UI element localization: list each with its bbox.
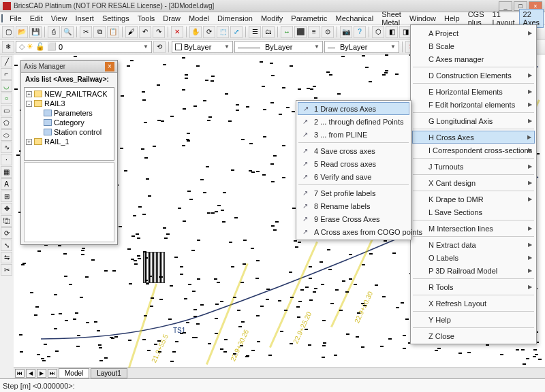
ltool-text[interactable]: A [1, 178, 12, 190]
axis-tree[interactable]: +NEW_RAILTRACK-RAIL3 Parameters Category… [24, 87, 114, 161]
ltool-scale[interactable]: ⤡ [1, 240, 12, 251]
tab-model[interactable]: Model [59, 368, 89, 378]
color-combo[interactable]: ByLayer▼ [172, 41, 233, 53]
axes-menu[interactable]: A Project▶B ScaleC Axes managerD Constru… [410, 24, 537, 344]
tool-pan[interactable]: ✋ [189, 26, 202, 38]
ltool-spline[interactable]: ∿ [1, 142, 12, 153]
menu-item[interactable]: X Cant design▶ [412, 176, 535, 189]
tool-new[interactable]: ▢ [2, 26, 14, 38]
tree-node[interactable]: +NEW_RAILTRACK [26, 89, 112, 99]
tool-area[interactable]: ⬛ [294, 26, 307, 38]
menu-mechanical[interactable]: Mechanical [332, 13, 378, 24]
ltool-trim[interactable]: ✂ [1, 264, 12, 276]
tool-undo[interactable]: ↶ [139, 26, 151, 38]
tool-render[interactable]: 📷 [340, 26, 352, 38]
submenu-item[interactable]: ↗A Cross axes from COGO points [298, 225, 409, 238]
menu-item[interactable]: Y Help [412, 313, 535, 326]
menu-item[interactable]: G Longitudinal Axis▶ [412, 114, 535, 127]
tool-b[interactable]: ◧ [386, 26, 398, 38]
submenu-item[interactable]: ↗2 ... through defined Points [298, 115, 409, 128]
tree-node[interactable]: Station control [26, 127, 112, 137]
menu-item[interactable]: K Drape to DMR▶ [412, 193, 535, 206]
ltool-block[interactable]: ⊞ [1, 191, 12, 202]
tool-delete[interactable]: ✕ [171, 26, 183, 38]
tree-node[interactable]: +RAIL_1 [26, 137, 112, 146]
menu-modify[interactable]: Modify [257, 13, 287, 24]
layer-prev[interactable]: ⟲ [153, 41, 166, 53]
ltool-rotate[interactable]: ⟳ [1, 227, 12, 239]
menu-window[interactable]: Window [405, 13, 440, 24]
menu-item[interactable]: J Turnouts▶ [412, 160, 535, 173]
menu-item[interactable]: N Extract data▶ [412, 238, 535, 251]
tab-last[interactable]: ⏭ [48, 369, 57, 378]
menu-item[interactable]: E Horizontal Elements▶ [412, 85, 535, 98]
ltool-poly[interactable]: ⬠ [1, 117, 12, 129]
lineweight-combo[interactable]: —ByLayer▼ [324, 41, 399, 53]
ltool-move[interactable]: ✥ [1, 203, 12, 214]
menu-item[interactable]: I Correspondent cross-sections▶ [412, 144, 535, 157]
submenu-item[interactable]: ↗7 Set profile labels [298, 186, 409, 199]
submenu-item[interactable]: ↗9 Erase Cross Axes [298, 212, 409, 225]
menu-item[interactable]: C Axes manager [412, 52, 535, 65]
linetype-combo[interactable]: ———ByLayer▼ [234, 41, 323, 53]
submenu-item[interactable]: ↗8 Rename labels [298, 199, 409, 212]
menu-parametric[interactable]: Parametric [287, 13, 331, 24]
tab-first[interactable]: ⏮ [15, 369, 25, 378]
menu-file[interactable]: File [5, 13, 26, 24]
ltool-copy[interactable]: ⿻ [1, 215, 12, 227]
tool-a[interactable]: ⬡ [372, 26, 384, 38]
layer-combo[interactable]: ◇☀🔓⬜ 0▼ [16, 41, 152, 53]
axis-manager-window[interactable]: Axis Manager × Axis list <Axes_Railway>:… [20, 60, 118, 245]
ltool-point[interactable]: · [1, 154, 12, 165]
tool-list[interactable]: ≡ [308, 26, 320, 38]
command-line[interactable]: Step [m] <0.000000>: [0, 378, 545, 392]
menu-item[interactable]: M Intersection lines▶ [412, 222, 535, 235]
ltool-line[interactable]: ╱ [1, 56, 12, 67]
submenu-item[interactable]: ↗3 ... from PLINE [298, 128, 409, 141]
ltool-arc[interactable]: ◡ [1, 80, 12, 92]
tool-print[interactable]: ⎙ [48, 26, 60, 38]
ltool-hatch[interactable]: ▦ [1, 166, 12, 178]
tool-preview[interactable]: 🔍 [61, 26, 74, 38]
menu-item[interactable]: Z Close [412, 329, 535, 342]
menu-item[interactable]: D Construction Elements▶ [412, 69, 535, 82]
ltool-circle[interactable]: ○ [1, 93, 12, 104]
ltool-mirror[interactable]: ⇋ [1, 252, 12, 263]
tool-redo[interactable]: ↷ [153, 26, 165, 38]
tab-prev[interactable]: ◀ [26, 369, 35, 378]
axis-manager-close[interactable]: × [105, 62, 114, 71]
tool-save[interactable]: 💾 [29, 26, 42, 38]
tree-node[interactable]: Category [26, 118, 112, 127]
tree-node[interactable]: -RAIL3 [26, 99, 112, 108]
menu-view[interactable]: View [47, 13, 72, 24]
menu-help[interactable]: Help [440, 13, 464, 24]
menu-item[interactable]: A Project▶ [412, 27, 535, 39]
ltool-ellipse[interactable]: ⬭ [1, 129, 12, 141]
tab-layout1[interactable]: Layout1 [91, 368, 127, 378]
cross-axes-submenu[interactable]: ↗1 Draw cross Axes↗2 ... through defined… [296, 100, 411, 240]
menu-item[interactable]: B Scale [412, 39, 535, 52]
tool-regen[interactable]: ⟳ [203, 26, 215, 38]
menu-tools[interactable]: Tools [134, 13, 159, 24]
tool-id[interactable]: ⊙ [322, 26, 334, 38]
tree-node[interactable]: Parameters [26, 108, 112, 118]
tool-help[interactable]: ? [354, 26, 366, 38]
tool-cut[interactable]: ✂ [80, 26, 92, 38]
ltool-rect[interactable]: ▭ [1, 105, 12, 116]
submenu-item[interactable]: ↗5 Read cross axes [298, 157, 409, 170]
menu-settings[interactable]: Settings [98, 13, 134, 24]
menu-item[interactable]: X Refresh Layout [412, 297, 535, 310]
menu-draw[interactable]: Draw [159, 13, 185, 24]
submenu-item[interactable]: ↗6 Verify and save [298, 170, 409, 183]
tool-paste[interactable]: 📋 [107, 26, 119, 38]
tool-props[interactable]: ☰ [249, 26, 261, 38]
tool-open[interactable]: 📂 [16, 26, 28, 38]
tool-zoomwin[interactable]: ⬚ [217, 26, 229, 38]
axis-manager-header[interactable]: Axis Manager × [21, 61, 117, 73]
tool-zoomext[interactable]: ⤢ [230, 26, 243, 38]
menu-edit[interactable]: Edit [26, 13, 47, 24]
submenu-item[interactable]: ↗4 Save cross axes [298, 144, 409, 157]
ltool-pline[interactable]: ⌐ [1, 68, 12, 80]
menu-dimension[interactable]: Dimension [213, 13, 257, 24]
menu-item[interactable]: P 3D Railroad Model▶ [412, 264, 535, 277]
